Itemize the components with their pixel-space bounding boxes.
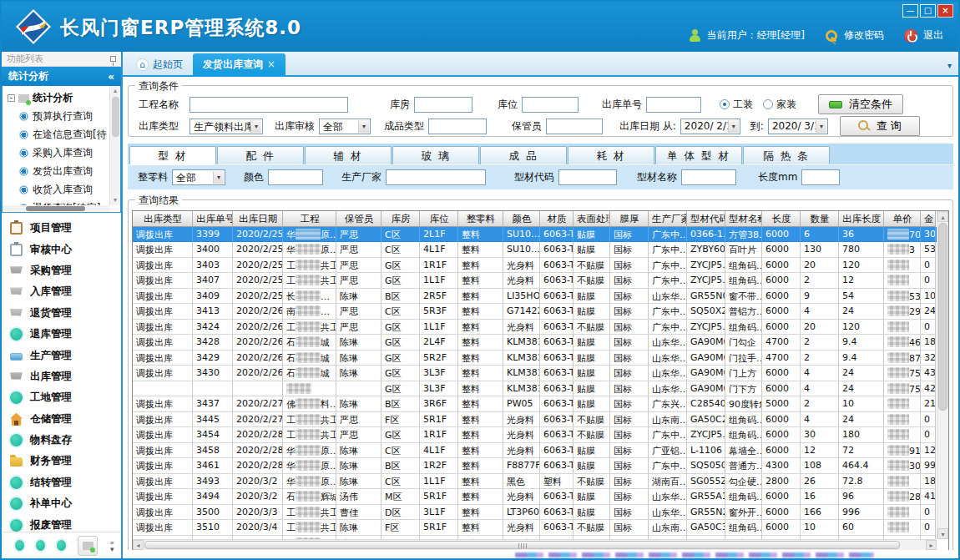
table-row[interactable]: 调拨出库35002020/3/3工共工程曹佳D区3L1F整料LT3P606063…: [133, 505, 937, 521]
material-tab-3[interactable]: 辅 材: [305, 146, 392, 164]
profile-code-input[interactable]: [558, 169, 617, 185]
column-header[interactable]: 库房: [381, 211, 420, 227]
table-row[interactable]: 调拨出库34452020/2/27工共工程严思F区5R1F整料光身料6063-T…: [133, 412, 937, 428]
whole-piece-select[interactable]: 全部▾: [172, 169, 225, 185]
grid-vscroll-thumb[interactable]: [938, 223, 947, 411]
table-row[interactable]: 调拨出库34612020/2/28华原…陈琳B区1R2F整料F8877FT606…: [133, 458, 937, 474]
sidebar-group-header[interactable]: 统计分析 «: [2, 67, 121, 86]
table-row[interactable]: 调拨出库34302020/2/26石城陈琳G区3L3F整料KLM38176063…: [133, 366, 937, 381]
scroll-left-icon[interactable]: ◂: [133, 540, 144, 550]
scroll-right-icon[interactable]: ▸: [926, 540, 937, 550]
tree-vertical-scrollbar[interactable]: ▴ ▾: [109, 86, 120, 205]
product-type-input[interactable]: [428, 119, 487, 134]
column-header[interactable]: 生产厂家: [649, 211, 687, 227]
column-header[interactable]: 单价: [884, 211, 921, 227]
sidebar-item-工地管理[interactable]: 工地管理: [10, 387, 121, 408]
tree-item[interactable]: 在途信息查询[待: [8, 125, 120, 144]
tree-root[interactable]: - 统计分析: [8, 89, 120, 107]
column-header[interactable]: 金: [921, 211, 936, 227]
table-row[interactable]: 调拨出库34942020/3/2石辉城汤伟M区5R1F整料光身料6063-T5贴…: [133, 489, 937, 505]
grid-hscroll-thumb[interactable]: [144, 541, 900, 549]
column-header[interactable]: 保管员: [336, 211, 381, 227]
tree-item[interactable]: 预算执行查询: [8, 107, 120, 125]
table-row[interactable]: 调拨出库34072020/2/25工共工程严思G区1L1F整料光身料6063-T…: [133, 273, 937, 289]
column-header[interactable]: 长度: [762, 211, 801, 227]
clear-conditions-button[interactable]: 清空条件: [818, 94, 903, 114]
column-header[interactable]: 材质: [540, 211, 573, 227]
sidebar-item-出库管理[interactable]: 出库管理: [10, 366, 121, 387]
sidebar-item-仓储管理[interactable]: 仓储管理: [10, 409, 121, 430]
collapse-icon[interactable]: «: [108, 71, 114, 83]
column-header[interactable]: 表面处理: [573, 211, 610, 227]
scroll-down-icon[interactable]: ▾: [937, 528, 948, 539]
column-header[interactable]: 型材代码: [687, 211, 725, 227]
column-header[interactable]: 库位: [420, 211, 458, 227]
column-header[interactable]: 数量: [801, 211, 839, 227]
material-tab-4[interactable]: 玻 璃: [392, 146, 479, 164]
table-row[interactable]: 调拨出库33992020/2/25华原…严思C区2L1F整料SU10…6063-…: [133, 227, 937, 243]
length-input[interactable]: [801, 169, 840, 185]
table-row[interactable]: 调拨出库34282020/2/26石城陈琳G区2L4F整料KLM38176063…: [133, 335, 937, 351]
search-button[interactable]: 查 询: [840, 116, 920, 136]
footer-dot-button[interactable]: [36, 540, 45, 551]
sidebar-item-项目管理[interactable]: 项目管理: [10, 218, 121, 239]
factory-input[interactable]: [386, 169, 486, 185]
table-row[interactable]: 调拨出库34242020/2/26工共工程严思G区1L1F整料光身料6063-T…: [133, 320, 937, 335]
keeper-input[interactable]: [546, 119, 603, 134]
order-no-input[interactable]: [646, 97, 701, 113]
table-row[interactable]: G区3L3F整料KLM38176063-T5贴膜国标山东华…GA90M09.门下…: [133, 381, 937, 397]
scroll-up-icon[interactable]: ▴: [937, 211, 948, 222]
radio-gongzhuang[interactable]: 工装: [720, 98, 753, 112]
column-header[interactable]: 出库单号: [193, 211, 233, 227]
sidebar-item-入库管理[interactable]: 入库管理: [10, 281, 121, 302]
column-header[interactable]: 出库长度: [839, 211, 884, 227]
out-type-select[interactable]: 生产领料出库▾: [189, 119, 263, 134]
table-row[interactable]: 调拨出库34032020/2/25工共工程严思G区1R1F整料光身料6063-T…: [133, 258, 937, 274]
sidebar-item-物料盘存[interactable]: 物料盘存: [10, 430, 121, 451]
logout-link[interactable]: 退出: [923, 28, 943, 43]
table-row[interactable]: 调拨出库34132020/2/26南…严思C区5R3F整料G714226063-…: [133, 304, 937, 320]
scroll-up-icon[interactable]: ▴: [110, 86, 120, 96]
sidebar-item-生产管理[interactable]: 生产管理: [10, 345, 121, 366]
material-tab-5[interactable]: 成 品: [480, 146, 567, 164]
tree-item[interactable]: 收货入库查询: [8, 180, 120, 199]
tab-home[interactable]: ⌂ 起始页: [126, 53, 193, 75]
audit-select[interactable]: 全部▾: [319, 119, 371, 134]
sidebar-item-采购管理[interactable]: 采购管理: [10, 260, 121, 281]
expand-icon[interactable]: -: [8, 94, 15, 102]
column-header[interactable]: 整零料: [458, 211, 503, 227]
material-tab-6[interactable]: 耗 材: [568, 146, 654, 164]
column-header[interactable]: 颜色: [503, 211, 540, 227]
table-row[interactable]: 调拨出库34292020/2/26石城陈琳G区5R2F整料KLM38176063…: [133, 351, 937, 366]
sidebar-item-退库管理[interactable]: 退库管理: [10, 324, 121, 345]
grid-horizontal-scrollbar[interactable]: ◂ ▸: [133, 539, 937, 550]
sidebar-item-审核中心[interactable]: 审核中心: [10, 239, 121, 260]
color-input[interactable]: [268, 169, 323, 185]
footer-cart-button[interactable]: [78, 536, 98, 556]
maximize-button[interactable]: □: [920, 4, 936, 18]
sidebar-item-财务管理[interactable]: 财务管理: [10, 451, 121, 472]
date-to-select[interactable]: 2020/ 3/16▾: [768, 119, 828, 134]
date-from-select[interactable]: 2020/ 2/16▾: [680, 119, 740, 134]
close-button[interactable]: ×: [937, 4, 953, 18]
pin-icon[interactable]: [110, 56, 116, 62]
footer-dot-button[interactable]: [57, 540, 66, 551]
footer-more-button[interactable]: » ▾: [109, 539, 114, 552]
project-name-input[interactable]: [189, 97, 348, 113]
sidebar-item-报废管理[interactable]: 报废管理: [10, 514, 121, 532]
table-row[interactable]: 调拨出库35102020/3/4工共工程陈琳F区5R1F整料光身料6063-T5…: [133, 520, 937, 536]
scroll-down-icon[interactable]: ▾: [110, 195, 120, 205]
material-tab-1[interactable]: 型 材: [129, 146, 216, 164]
profile-name-input[interactable]: [681, 169, 736, 185]
tab-close-icon[interactable]: ×: [267, 58, 275, 70]
warehouse-input[interactable]: [414, 97, 472, 113]
tree-scroll-thumb[interactable]: [112, 97, 119, 137]
table-row[interactable]: 调拨出库34932020/3/2华原…陈琳C区1L1F整料黑色塑料不贴膜国标湖南…: [133, 474, 937, 490]
tab-shipment-outbound-query[interactable]: 发货出库查询 ×: [193, 53, 285, 75]
tree-hscroll-thumb[interactable]: [26, 206, 84, 211]
column-header[interactable]: 膜厚: [610, 211, 649, 227]
table-row[interactable]: 调拨出库34372020/2/27佛料…陈琳B区3R6F整料PW056063-T…: [133, 396, 937, 412]
tree-item[interactable]: 采购入库查询: [8, 144, 120, 162]
table-row[interactable]: 调拨出库34582020/2/28华原…陈琳C区4L1F整料光身料6063-T5…: [133, 443, 937, 459]
column-header[interactable]: 工程: [283, 211, 336, 227]
